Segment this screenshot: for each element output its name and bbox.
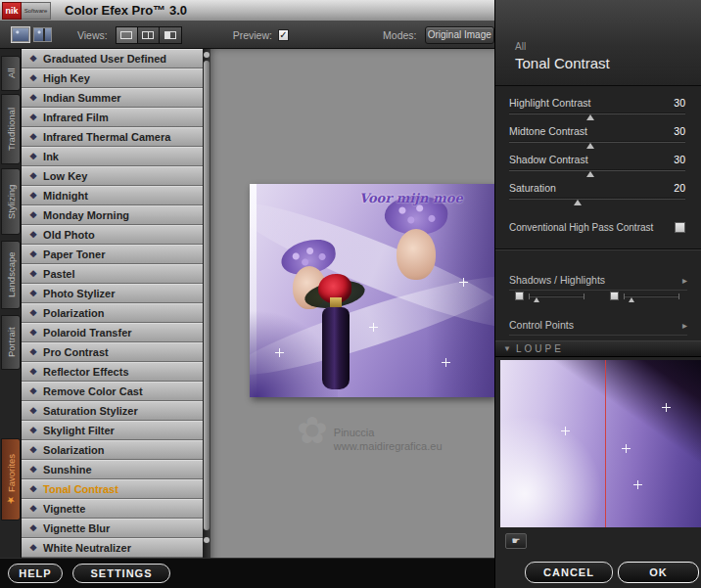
slider-track[interactable] [509, 198, 685, 200]
shadows-checkbox[interactable] [515, 292, 524, 300]
filter-bullet-icon: ❖ [29, 113, 37, 122]
tab-favorites-label: Favorites [6, 453, 17, 491]
shadows-slider-track[interactable] [529, 295, 584, 297]
highlights-slider-thumb[interactable] [629, 297, 634, 302]
filter-bullet-icon: ❖ [29, 73, 37, 83]
control-panel: All Tonal Contrast Highlight Contrast 30… [494, 0, 701, 588]
tab-all[interactable]: All [1, 56, 21, 91]
filter-list-item[interactable]: ❖ Monday Morning [22, 205, 203, 225]
filter-list-item[interactable]: ❖ White Neutralizer [22, 538, 203, 558]
sparkle-icon [275, 348, 284, 357]
artwork-bottle [322, 307, 350, 389]
slider-label: Saturation [509, 182, 556, 194]
filter-list-item[interactable]: ❖ Paper Toner [22, 245, 203, 264]
view-sidebyside-button[interactable] [160, 27, 181, 43]
sparkle-icon [633, 480, 642, 489]
high-pass-checkbox[interactable] [675, 222, 685, 233]
filter-list-item[interactable]: ❖ Old Photo [22, 225, 203, 245]
filter-item-label: Skylight Filter [43, 425, 115, 436]
filter-list-item[interactable]: ❖ Infrared Film [22, 108, 203, 127]
filter-list-item[interactable]: ❖ Reflector Effects [22, 362, 203, 382]
filter-bullet-icon: ❖ [29, 445, 37, 455]
filter-item-label: Infrared Film [43, 112, 109, 123]
filter-list-item[interactable]: ❖ Graduated User Defined [22, 49, 203, 68]
slider-thumb[interactable] [586, 171, 594, 177]
filter-item-label: Polaroid Transfer [43, 327, 131, 339]
tab-landscape[interactable]: Landscape [1, 241, 21, 309]
filter-list-item[interactable]: ❖ Remove Color Cast [22, 382, 203, 401]
scroll-up-button[interactable] [204, 52, 210, 58]
view-single-button[interactable] [117, 27, 138, 43]
highlights-slider-track[interactable] [624, 295, 679, 297]
split-preview-icon[interactable] [33, 27, 51, 42]
panel-divider [495, 249, 701, 250]
shadows-highlights-section[interactable]: Shadows / Highlights ▸ [509, 274, 687, 291]
favorites-star-icon: ★ [7, 495, 16, 506]
shadows-slider-thumb[interactable] [534, 297, 539, 302]
shadows-highlights-label: Shadows / Highlights [509, 274, 605, 286]
expand-arrow-icon[interactable]: ▸ [682, 275, 687, 286]
filter-list-scrollbar[interactable] [203, 49, 210, 558]
tab-portrait[interactable]: Portrait [1, 315, 21, 370]
filter-list-item[interactable]: ❖ Polarization [22, 303, 203, 323]
loupe-header[interactable]: ▼ LOUPE [495, 340, 701, 357]
slider-thumb[interactable] [586, 114, 594, 120]
filter-list-item[interactable]: ❖ Vignette Blur [22, 519, 203, 538]
filter-list-item[interactable]: ❖ Vignette [22, 499, 203, 519]
filter-list-item[interactable]: ❖ Midnight [22, 186, 203, 205]
mode-original-image-button[interactable]: Original Image [425, 26, 494, 44]
cancel-button[interactable]: CANCEL [525, 562, 613, 583]
filter-list-item[interactable]: ❖ High Key [22, 68, 203, 88]
bottom-bar: HELP SETTINGS [0, 558, 494, 588]
tab-stylizing[interactable]: Stylizing [1, 168, 21, 235]
filter-list-item[interactable]: ❖ Ink [22, 147, 203, 166]
scrollbar-thumb[interactable] [204, 61, 210, 530]
filter-list-item[interactable]: ❖ Pastel [22, 264, 203, 284]
slider-track[interactable] [509, 141, 685, 143]
artwork-face [397, 229, 436, 280]
sparkle-icon [442, 358, 450, 367]
filter-item-label: White Neutralizer [43, 542, 131, 554]
split-view-icon [142, 31, 154, 39]
filter-list-item[interactable]: ❖ Polaroid Transfer [22, 323, 203, 342]
filter-list-item[interactable]: ❖ Photo Stylizer [22, 284, 203, 303]
filter-list-item[interactable]: ❖ Sunshine [22, 460, 203, 479]
loupe-collapse-icon[interactable]: ▼ [503, 344, 511, 353]
view-split-button[interactable] [138, 27, 160, 43]
slider-thumb[interactable] [586, 143, 594, 149]
slider-thumb[interactable] [574, 200, 582, 205]
filter-list-item[interactable]: ❖ Saturation Stylizer [22, 401, 203, 421]
single-preview-icon[interactable] [12, 27, 29, 42]
preview-checkbox[interactable]: ✓ [278, 29, 289, 41]
control-points-section[interactable]: Control Points ▸ [509, 319, 687, 336]
filter-list-item[interactable]: ❖ Low Key [22, 166, 203, 186]
slider-track[interactable] [509, 113, 685, 114]
filter-list-item[interactable]: ❖ Infrared Thermal Camera [22, 127, 203, 147]
tab-favorites[interactable]: ★ Favorites [1, 438, 21, 520]
filter-list-item[interactable]: ❖ Pro Contrast [22, 342, 203, 362]
highlights-checkbox[interactable] [610, 292, 619, 300]
loupe-view [500, 360, 701, 527]
filter-list-item[interactable]: ❖ Skylight Filter [22, 421, 203, 440]
high-pass-row: Conventional High Pass Contrast [509, 222, 685, 233]
loupe-pin-button[interactable]: ☛ [505, 533, 527, 549]
scroll-down-button[interactable] [204, 537, 210, 543]
slider-track[interactable] [509, 169, 685, 171]
filter-list-item[interactable]: ❖ Tonal Contrast [22, 479, 203, 499]
ok-button[interactable]: OK [618, 562, 699, 583]
filter-item-label: Photo Stylizer [43, 288, 115, 299]
loupe-label: LOUPE [516, 343, 564, 354]
help-button[interactable]: HELP [8, 564, 63, 583]
filter-item-label: Monday Morning [43, 209, 129, 221]
tab-portrait-label: Portrait [6, 328, 17, 358]
tab-traditional[interactable]: Traditional [1, 94, 21, 164]
filter-item-label: Midnight [43, 190, 88, 202]
filter-list-item[interactable]: ❖ Indian Summer [22, 88, 203, 108]
loupe-pin-hand-icon: ☛ [512, 535, 521, 546]
settings-button[interactable]: SETTINGS [72, 564, 170, 583]
expand-arrow-icon[interactable]: ▸ [682, 320, 687, 331]
filter-bullet-icon: ❖ [29, 328, 37, 338]
filter-bullet-icon: ❖ [29, 171, 37, 181]
filter-bullet-icon: ❖ [29, 426, 37, 435]
filter-list-item[interactable]: ❖ Solarization [22, 440, 203, 460]
